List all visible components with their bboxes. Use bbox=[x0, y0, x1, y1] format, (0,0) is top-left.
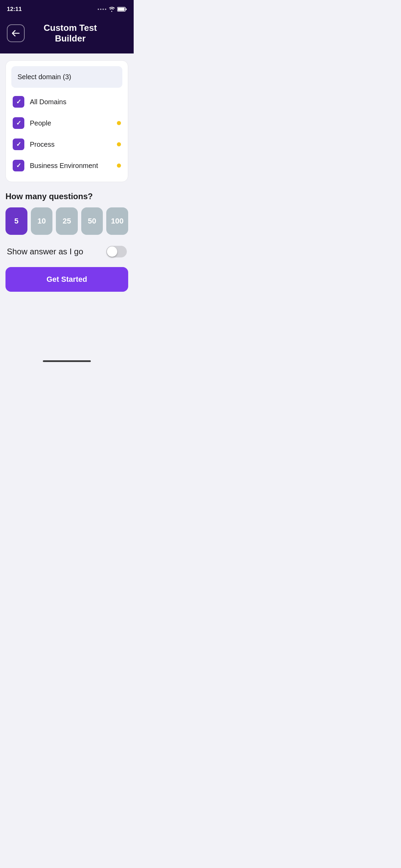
domain-label-business-environment: Business Environment bbox=[30, 162, 111, 170]
domain-header: Select domain (3) bbox=[11, 66, 122, 88]
question-btn-100[interactable]: 100 bbox=[106, 207, 128, 235]
status-time: 12:11 bbox=[7, 6, 22, 13]
back-button[interactable] bbox=[7, 24, 25, 42]
checkmark-all-domains: ✓ bbox=[16, 98, 21, 106]
checkmark-people: ✓ bbox=[16, 119, 21, 127]
wifi-icon bbox=[108, 7, 115, 12]
domain-item-people[interactable]: ✓ People bbox=[11, 112, 122, 134]
back-arrow-icon bbox=[12, 30, 20, 36]
svg-rect-1 bbox=[118, 8, 125, 11]
domain-item-process[interactable]: ✓ Process bbox=[11, 134, 122, 155]
signal-icon bbox=[98, 9, 106, 10]
get-started-label: Get Started bbox=[47, 275, 87, 284]
checkmark-business-environment: ✓ bbox=[16, 162, 21, 169]
toggle-row: Show answer as I go bbox=[5, 246, 128, 257]
home-indicator bbox=[43, 360, 91, 362]
domain-header-text: Select domain (3) bbox=[17, 73, 71, 81]
app-header: Custom Test Builder bbox=[0, 17, 134, 53]
checkbox-business-environment[interactable]: ✓ bbox=[13, 160, 24, 171]
battery-icon bbox=[117, 7, 127, 12]
domain-label-process: Process bbox=[30, 141, 111, 148]
question-buttons-group: 5 10 25 50 100 bbox=[5, 207, 128, 235]
checkmark-process: ✓ bbox=[16, 141, 21, 148]
home-indicator-container bbox=[0, 353, 134, 365]
domain-dot-people bbox=[117, 121, 121, 125]
question-btn-10[interactable]: 10 bbox=[31, 207, 53, 235]
domain-item-business-environment[interactable]: ✓ Business Environment bbox=[11, 155, 122, 176]
toggle-knob bbox=[107, 246, 117, 257]
questions-section-label: How many questions? bbox=[5, 192, 128, 201]
toggle-label: Show answer as I go bbox=[7, 247, 83, 256]
checkbox-all-domains[interactable]: ✓ bbox=[13, 96, 24, 108]
page-title: Custom Test Builder bbox=[32, 23, 109, 44]
status-icons bbox=[98, 7, 127, 12]
checkbox-process[interactable]: ✓ bbox=[13, 138, 24, 150]
get-started-button[interactable]: Get Started bbox=[5, 267, 128, 292]
show-answer-toggle[interactable] bbox=[106, 246, 127, 257]
domain-dot-process bbox=[117, 142, 121, 146]
status-bar: 12:11 bbox=[0, 0, 134, 17]
checkbox-people[interactable]: ✓ bbox=[13, 117, 24, 129]
domain-label-people: People bbox=[30, 119, 111, 127]
main-content: Select domain (3) ✓ All Domains ✓ People… bbox=[0, 53, 134, 299]
domain-dot-business-environment bbox=[117, 164, 121, 168]
domain-item-all[interactable]: ✓ All Domains bbox=[11, 91, 122, 112]
domain-label-all: All Domains bbox=[30, 98, 121, 106]
question-btn-5[interactable]: 5 bbox=[5, 207, 27, 235]
svg-rect-2 bbox=[126, 9, 127, 10]
question-btn-25[interactable]: 25 bbox=[56, 207, 78, 235]
domain-card: Select domain (3) ✓ All Domains ✓ People… bbox=[5, 60, 128, 182]
question-btn-50[interactable]: 50 bbox=[81, 207, 103, 235]
